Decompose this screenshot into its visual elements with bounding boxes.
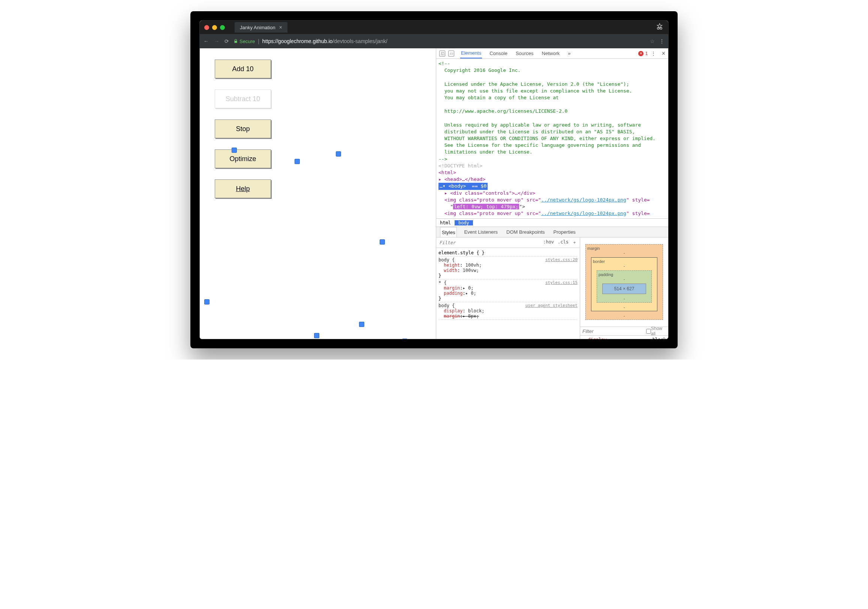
- tab-network[interactable]: Network: [541, 48, 561, 59]
- page-viewport: Add 10 Subtract 10 Stop Optimize Help: [200, 48, 436, 339]
- mover-icon: [314, 333, 319, 338]
- styles-subtabs: Styles Event Listeners DOM Breakpoints P…: [436, 227, 668, 238]
- tab-more[interactable]: »: [567, 48, 571, 59]
- url-box[interactable]: Secure | https://googlechrome.github.io/…: [234, 38, 645, 44]
- menu-icon[interactable]: ⋮: [659, 38, 665, 44]
- optimize-button[interactable]: Optimize: [215, 150, 271, 168]
- rule-star[interactable]: styles.css:15 * { margin:▸ 0; padding:▸ …: [439, 280, 578, 302]
- box-model-panel: margin- border- padding- 514 × 627 - - -: [580, 238, 668, 339]
- browser-window: Janky Animation × ← → ⟳ Secure | https:/…: [200, 21, 668, 339]
- devtools-menu-icon[interactable]: ⋮: [651, 51, 656, 56]
- add-10-button[interactable]: Add 10: [215, 60, 271, 78]
- stop-button[interactable]: Stop: [215, 119, 271, 138]
- browser-tab[interactable]: Janky Animation ×: [235, 22, 287, 32]
- add-rule-icon[interactable]: ＋: [572, 239, 577, 246]
- subtract-10-button[interactable]: Subtract 10: [215, 90, 271, 108]
- subtab-event-listeners[interactable]: Event Listeners: [462, 227, 499, 237]
- rule-element-style[interactable]: element.style { }: [439, 249, 578, 257]
- device-toggle-icon[interactable]: ▭: [448, 51, 454, 57]
- secure-label: Secure: [239, 39, 255, 44]
- devtools-close-icon[interactable]: ×: [662, 50, 665, 57]
- devtools-panel: ◱ ▭ Elements Console Sources Network » ✕…: [436, 48, 668, 339]
- styles-filter-input[interactable]: [439, 240, 543, 245]
- help-button[interactable]: Help: [215, 179, 271, 198]
- tab-sources[interactable]: Sources: [515, 48, 535, 59]
- subtab-properties[interactable]: Properties: [552, 227, 577, 237]
- reload-icon[interactable]: ⟳: [225, 38, 229, 44]
- forward-icon[interactable]: →: [214, 38, 219, 44]
- crumb-body[interactable]: body: [455, 220, 473, 226]
- mover-icon: [380, 239, 385, 244]
- dom-breadcrumb[interactable]: html body: [436, 218, 668, 227]
- mover-icon: [204, 299, 209, 304]
- tab-elements[interactable]: Elements: [460, 48, 482, 59]
- url-bar: ← → ⟳ Secure | https://googlechrome.gith…: [200, 34, 668, 48]
- mover-icon: [294, 159, 300, 164]
- computed-list[interactable]: ▸ display block: [580, 335, 668, 339]
- mover-icon: [336, 151, 341, 156]
- rule-body-ua[interactable]: user agent stylesheet body { display: bl…: [439, 302, 578, 320]
- mover-icon: [232, 148, 237, 153]
- mover-icon: [402, 339, 408, 339]
- box-margin[interactable]: margin- border- padding- 514 × 627 - - -: [586, 244, 663, 320]
- traffic-lights[interactable]: [204, 25, 225, 30]
- error-count[interactable]: ✕1: [638, 51, 648, 56]
- dom-tree[interactable]: <!-- Copyright 2016 Google Inc. Licensed…: [436, 59, 668, 218]
- subtab-styles[interactable]: Styles: [440, 227, 457, 237]
- box-content: 514 × 627: [602, 283, 646, 294]
- devtools-toolbar: ◱ ▭ Elements Console Sources Network » ✕…: [436, 48, 668, 59]
- computed-filter-input[interactable]: [583, 328, 646, 334]
- tab-console[interactable]: Console: [489, 48, 508, 59]
- close-tab-icon[interactable]: ×: [279, 24, 282, 30]
- inspect-icon[interactable]: ◱: [439, 51, 445, 57]
- controls-panel: Add 10 Subtract 10 Stop Optimize Help: [215, 60, 271, 198]
- subtab-dom-breakpoints[interactable]: DOM Breakpoints: [505, 227, 546, 237]
- mover-icon: [359, 322, 364, 327]
- styles-panel: :hov .cls ＋ element.style { } styles.css…: [436, 238, 580, 339]
- rule-body-1[interactable]: styles.css:20 body { height: 100vh; widt…: [439, 257, 578, 280]
- bookmark-icon[interactable]: ☆: [650, 38, 655, 44]
- back-icon[interactable]: ←: [203, 38, 209, 44]
- tab-strip: Janky Animation ×: [200, 21, 668, 34]
- cls-toggle[interactable]: .cls: [558, 239, 569, 246]
- show-all-checkbox[interactable]: [646, 329, 651, 334]
- incognito-icon: [656, 23, 664, 32]
- tab-title: Janky Animation: [240, 25, 276, 30]
- hov-toggle[interactable]: :hov: [543, 239, 554, 246]
- crumb-html[interactable]: html: [436, 220, 455, 226]
